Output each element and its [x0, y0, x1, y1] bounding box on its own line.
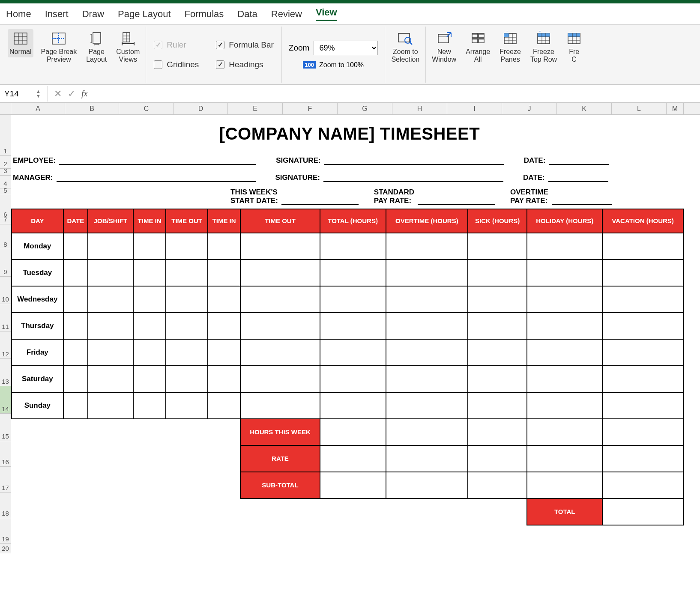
table-cell[interactable]	[208, 339, 241, 366]
table-cell[interactable]	[63, 392, 88, 419]
summary-label[interactable]: RATE	[240, 445, 320, 472]
summary-cell[interactable]	[602, 419, 683, 445]
table-cell[interactable]	[166, 366, 207, 392]
col-header-D[interactable]: D	[174, 103, 228, 114]
zoom-to-selection-button[interactable]: Zoom to Selection	[389, 29, 421, 66]
table-cell[interactable]	[386, 313, 468, 339]
table-cell[interactable]	[602, 313, 683, 339]
row-header-10[interactable]: 10	[0, 277, 11, 304]
row-header-14[interactable]: 14	[0, 386, 11, 414]
table-cell[interactable]	[602, 339, 683, 366]
row-header-9[interactable]: 9	[0, 249, 11, 277]
summary-cell[interactable]	[527, 445, 602, 472]
table-cell[interactable]	[133, 260, 166, 286]
custom-view-button[interactable]: Custom Views	[114, 29, 141, 66]
table-cell[interactable]	[386, 339, 468, 366]
table-cell[interactable]	[63, 233, 88, 260]
table-cell[interactable]	[527, 260, 602, 286]
table-cell[interactable]	[386, 286, 468, 313]
table-row[interactable]: Friday	[12, 339, 683, 366]
summary-cell[interactable]	[320, 472, 386, 499]
namebox-stepper[interactable]: ▲▼	[36, 89, 41, 99]
menu-data[interactable]: Data	[237, 9, 257, 20]
table-cell[interactable]	[240, 313, 320, 339]
table-cell[interactable]	[320, 313, 386, 339]
row-header-13[interactable]: 13	[0, 359, 11, 386]
table-cell[interactable]	[527, 286, 602, 313]
table-cell[interactable]	[166, 233, 207, 260]
table-cell[interactable]	[320, 366, 386, 392]
table-cell[interactable]	[320, 260, 386, 286]
table-cell[interactable]	[63, 260, 88, 286]
row-header-8[interactable]: 8	[0, 224, 11, 249]
table-cell[interactable]	[240, 366, 320, 392]
cancel-formula-icon[interactable]: ✕	[54, 88, 62, 99]
row-header-16[interactable]: 16	[0, 441, 11, 467]
table-cell[interactable]	[527, 366, 602, 392]
table-cell[interactable]	[527, 339, 602, 366]
table-cell[interactable]	[133, 233, 166, 260]
table-cell[interactable]	[320, 286, 386, 313]
menu-view[interactable]: View	[316, 7, 337, 21]
menu-insert[interactable]: Insert	[45, 9, 69, 20]
table-cell[interactable]	[320, 392, 386, 419]
formula-bar-checkbox[interactable]: Formula Bar	[216, 40, 274, 50]
table-cell[interactable]	[88, 392, 133, 419]
summary-cell[interactable]	[602, 445, 683, 472]
table-cell[interactable]: Friday	[12, 339, 63, 366]
summary-cell[interactable]	[320, 419, 386, 445]
summary-cell[interactable]	[527, 419, 602, 445]
table-cell[interactable]	[208, 286, 241, 313]
headings-checkbox[interactable]: Headings	[216, 60, 274, 69]
summary-cell[interactable]	[386, 419, 468, 445]
col-header-J[interactable]: J	[502, 103, 557, 114]
table-cell[interactable]	[468, 313, 527, 339]
table-cell[interactable]	[88, 233, 133, 260]
table-cell[interactable]	[63, 366, 88, 392]
row-header-19[interactable]: 19	[0, 518, 11, 544]
table-cell[interactable]	[166, 260, 207, 286]
summary-label[interactable]: SUB-TOTAL	[240, 472, 320, 499]
row-header-20[interactable]: 20	[0, 544, 11, 553]
page-view-button[interactable]: Page Layout	[84, 29, 108, 66]
table-row[interactable]: Sunday	[12, 392, 683, 419]
table-cell[interactable]	[527, 233, 602, 260]
normal-view-button[interactable]: Normal	[8, 29, 33, 57]
table-cell[interactable]	[208, 260, 241, 286]
col-header-G[interactable]: G	[338, 103, 392, 114]
table-cell[interactable]	[602, 233, 683, 260]
zoom-100-button[interactable]: 100Zoom to 100%	[303, 61, 364, 69]
fx-icon[interactable]: fx	[81, 89, 87, 99]
table-cell[interactable]	[63, 286, 88, 313]
summary-cell[interactable]	[386, 445, 468, 472]
summary-cell[interactable]	[468, 472, 527, 499]
table-cell[interactable]: Tuesday	[12, 260, 63, 286]
timesheet-table[interactable]: DAYDATEJOB/SHIFTTIME INTIME OUTTIME INTI…	[11, 209, 684, 525]
row-header-5[interactable]: 5	[0, 188, 11, 195]
table-cell[interactable]	[63, 339, 88, 366]
table-cell[interactable]	[320, 339, 386, 366]
menu-formulas[interactable]: Formulas	[185, 9, 224, 20]
col-header-K[interactable]: K	[557, 103, 612, 114]
menu-draw[interactable]: Draw	[82, 9, 104, 20]
table-cell[interactable]	[166, 313, 207, 339]
table-cell[interactable]	[386, 392, 468, 419]
summary-cell[interactable]	[320, 445, 386, 472]
table-cell[interactable]	[240, 339, 320, 366]
table-cell[interactable]	[320, 233, 386, 260]
table-cell[interactable]	[468, 366, 527, 392]
summary-cell[interactable]	[468, 445, 527, 472]
col-header-C[interactable]: C	[119, 103, 174, 114]
col-header-B[interactable]: B	[65, 103, 119, 114]
table-cell[interactable]: Thursday	[12, 313, 63, 339]
row-header-17[interactable]: 17	[0, 467, 11, 493]
table-cell[interactable]: Saturday	[12, 366, 63, 392]
table-cell[interactable]	[602, 392, 683, 419]
col-header-E[interactable]: E	[228, 103, 283, 114]
table-cell[interactable]	[166, 286, 207, 313]
table-cell[interactable]	[468, 233, 527, 260]
table-cell[interactable]	[468, 392, 527, 419]
total-cell[interactable]	[602, 499, 683, 525]
table-cell[interactable]	[240, 286, 320, 313]
table-cell[interactable]	[208, 392, 241, 419]
